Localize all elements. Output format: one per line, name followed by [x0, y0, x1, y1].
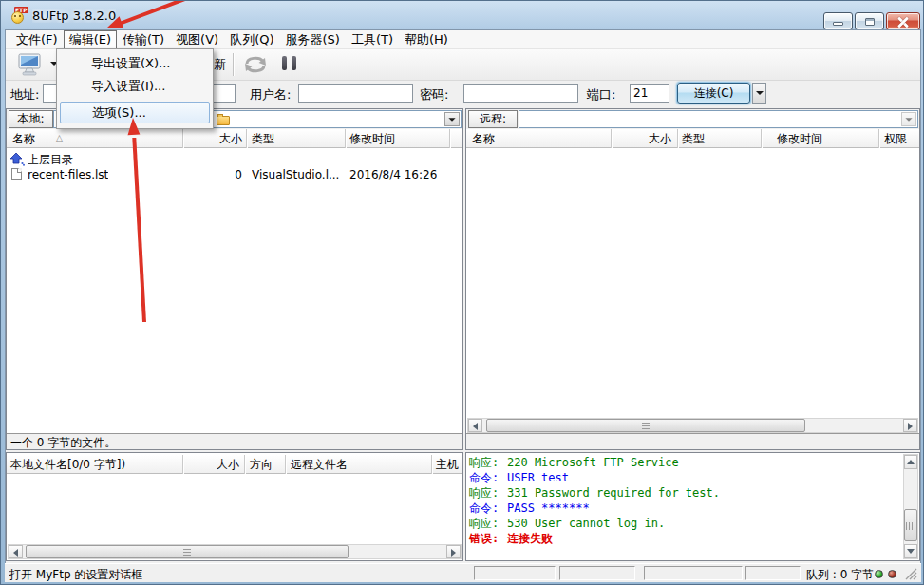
sort-asc-icon: △ [56, 133, 63, 142]
remote-tab[interactable]: 远程: [468, 110, 518, 128]
minimize-button[interactable] [823, 12, 853, 30]
column-divider[interactable] [182, 129, 184, 148]
arrow-left-icon [473, 423, 478, 430]
col-size[interactable]: 大小 [187, 131, 242, 147]
scroll-right-button[interactable] [446, 545, 461, 558]
arrow-left-icon [13, 549, 18, 557]
scroll-up-button[interactable] [904, 455, 917, 469]
column-divider[interactable] [244, 455, 246, 474]
file-icon [11, 168, 22, 180]
col-local-filename[interactable]: 本地文件名[0/0 字节]) [10, 457, 125, 473]
close-button[interactable] [886, 12, 920, 30]
col-remote-filename[interactable]: 远程文件名 [291, 457, 348, 473]
log-text: 331 Password required for test. [507, 486, 720, 500]
scroll-left-button[interactable] [468, 419, 482, 432]
connect-dropdown-button[interactable] [752, 83, 766, 104]
connect-button[interactable]: 连接(C) [677, 83, 750, 104]
scroll-right-button[interactable] [903, 419, 917, 432]
window-title: 8UFtp 3.8.2.0 [32, 9, 116, 23]
menu-server[interactable]: 服务器(S) [280, 30, 346, 49]
column-divider[interactable] [285, 455, 287, 474]
remote-status-strip [466, 433, 919, 449]
resize-grip[interactable] [905, 568, 917, 580]
status-message: 打开 MyFtp 的设置对话框 [9, 567, 142, 583]
col-host[interactable]: 主机 [436, 457, 459, 473]
column-divider[interactable] [449, 129, 451, 148]
col-direction[interactable]: 方向 [250, 457, 273, 473]
log-label: 响应: [469, 485, 507, 501]
remote-path-combobox[interactable] [519, 110, 918, 128]
log-line: 错误:连接失败 [469, 531, 919, 546]
menu-transfer[interactable]: 传输(T) [117, 30, 170, 49]
queue-horizontal-scrollbar[interactable] [8, 544, 462, 559]
local-path-dropdown[interactable] [444, 112, 460, 126]
scrollbar-thumb[interactable] [26, 545, 349, 558]
menu-help[interactable]: 帮助(H) [399, 30, 454, 49]
arrow-right-icon [908, 423, 913, 430]
column-divider[interactable] [182, 455, 184, 474]
username-input[interactable] [298, 84, 413, 103]
col-name[interactable]: 名称 [472, 131, 495, 147]
log-text: 220 Microsoft FTP Service [507, 456, 679, 469]
menu-view[interactable]: 视图(V) [170, 30, 224, 49]
menu-queue[interactable]: 队列(Q) [224, 30, 279, 49]
local-list-header: 名称 △ 大小 类型 修改时间 [7, 129, 462, 148]
log-label: 错误: [469, 531, 507, 547]
column-divider[interactable] [761, 129, 763, 148]
column-divider[interactable] [345, 129, 347, 148]
menu-edit[interactable]: 编辑(E) [64, 30, 117, 49]
menu-item-import-settings[interactable]: 导入设置(I)... [60, 76, 210, 97]
list-item-file[interactable]: recent-files.lst 0 VisualStudio.l... 201… [9, 167, 459, 183]
scroll-left-button[interactable] [9, 545, 23, 558]
scroll-down-button[interactable] [904, 544, 917, 558]
log-line: 响应:220 Microsoft FTP Service [469, 455, 919, 470]
col-modified[interactable]: 修改时间 [349, 131, 395, 147]
computer-icon[interactable] [17, 53, 44, 77]
log-vertical-scrollbar[interactable] [903, 454, 918, 559]
status-section [474, 566, 556, 580]
menu-tools[interactable]: 工具(T) [346, 30, 399, 49]
remote-list-header: 名称 大小 类型 修改时间 权限 [466, 129, 919, 148]
sync-icon[interactable] [241, 54, 270, 75]
column-divider[interactable] [246, 129, 248, 148]
column-divider[interactable] [611, 129, 613, 148]
col-size[interactable]: 大小 [614, 131, 671, 147]
chevron-down-icon [905, 118, 912, 122]
menu-item-options[interactable]: 选项(S)... [60, 102, 210, 123]
address-label: 地址: [10, 86, 39, 104]
menu-item-export-settings[interactable]: 导出设置(X)... [60, 53, 210, 74]
chevron-down-icon [756, 91, 764, 95]
log-line: 命令:PASS ******* [469, 500, 919, 516]
column-divider[interactable] [677, 129, 679, 148]
app-icon-eye [14, 15, 16, 17]
col-permissions[interactable]: 权限 [884, 131, 907, 147]
menu-file[interactable]: 文件(F) [10, 30, 64, 49]
remote-horizontal-scrollbar[interactable] [467, 418, 918, 433]
pause-icon[interactable] [292, 56, 296, 70]
col-modified[interactable]: 修改时间 [777, 131, 822, 147]
pause-icon[interactable] [282, 56, 287, 70]
log-label: 命令: [469, 500, 507, 517]
log-text: 530 User cannot log in. [507, 517, 665, 530]
column-divider[interactable] [431, 455, 433, 474]
col-type[interactable]: 类型 [252, 131, 274, 147]
local-tab[interactable]: 本地: [9, 110, 53, 128]
scrollbar-thumb[interactable] [486, 419, 805, 432]
refresh-button-partial[interactable]: 新 [214, 56, 226, 73]
scrollbar-thumb[interactable] [904, 509, 917, 541]
file-name: 上层目录 [28, 152, 73, 168]
list-item-updir[interactable]: 上层目录 [9, 151, 459, 167]
col-type[interactable]: 类型 [682, 131, 705, 147]
app-window: FTP 8UFtp 3.8.2.0 文件(F) 编辑(E) 传输(T) 视图(V… [0, 0, 924, 585]
port-input[interactable] [630, 84, 669, 103]
status-section [644, 566, 743, 580]
password-input[interactable] [463, 84, 578, 103]
col-size[interactable]: 大小 [187, 457, 239, 473]
log-label: 响应: [469, 516, 507, 532]
col-name[interactable]: 名称 [12, 131, 35, 147]
arrow-right-icon [451, 549, 456, 557]
column-divider[interactable] [878, 129, 880, 148]
chevron-down-icon [448, 118, 455, 122]
maximize-button[interactable] [855, 12, 884, 30]
log-text: USER test [507, 471, 569, 484]
